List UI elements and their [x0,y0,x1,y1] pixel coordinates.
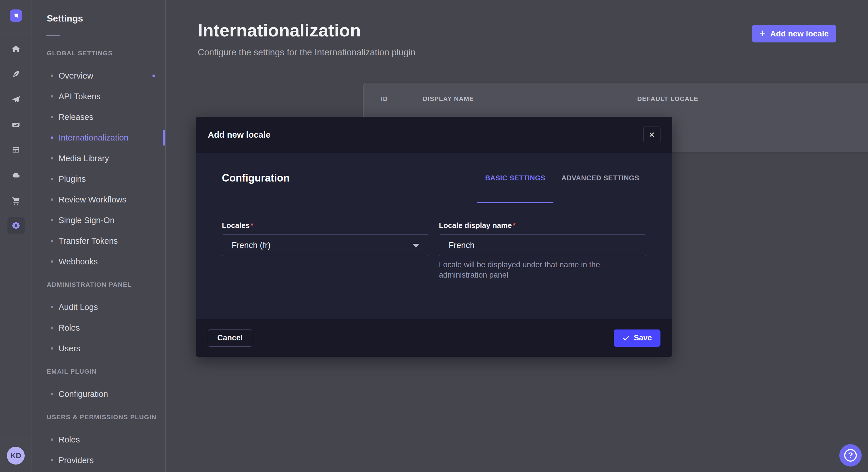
sidebar-item-webhooks[interactable]: Webhooks [32,251,165,272]
check-icon [622,334,630,342]
locales-field: Locales* French (fr) [222,220,429,280]
sidebar-item-label: Roles [59,323,80,333]
display-name-input[interactable] [439,234,646,256]
sidebar-item-audit-logs[interactable]: Audit Logs [32,297,165,317]
sidebar-item-media-library[interactable]: Media Library [32,148,165,169]
bullet-icon [51,95,53,98]
sidebar-item-plugins[interactable]: Plugins [32,169,165,189]
sidebar-item-label: Transfer Tokens [59,236,118,246]
user-avatar[interactable]: KD [7,447,25,465]
sidebar-group-label: EMAIL PLUGIN [47,368,165,376]
content-manager-feather-icon[interactable] [0,61,32,87]
bullet-icon [51,198,53,201]
marketplace-cart-icon[interactable] [0,188,32,213]
sidebar-group-label: USERS & PERMISSIONS PLUGIN [47,413,165,421]
sidebar-item-label: Users [59,344,81,353]
bullet-icon [51,438,53,441]
bullet-icon [51,347,53,349]
page-title: Internationalization [198,21,836,40]
sidebar-title-divider [46,35,60,36]
settings-gear-icon[interactable] [0,213,32,238]
sidebar-group-label: ADMINISTRATION PANEL [47,281,165,289]
display-name-hint: Locale will be displayed under that name… [439,260,637,280]
tab-advanced-settings[interactable]: ADVANCED SETTINGS [553,153,647,203]
modal-body: Configuration BASIC SETTINGSADVANCED SET… [196,153,672,319]
sidebar-item-label: Configuration [59,390,108,399]
sidebar-group: EMAIL PLUGINConfiguration [32,368,165,404]
layout-panel-icon[interactable] [0,137,32,162]
bullet-icon [51,306,53,308]
sidebar-item-configuration[interactable]: Configuration [32,384,165,404]
releases-plane-icon[interactable] [0,87,32,112]
plus-icon: + [760,28,766,38]
save-button[interactable]: Save [614,330,660,347]
display-name-field: Locale display name* Locale will be disp… [439,220,646,280]
sidebar-group-label: GLOBAL SETTINGS [47,49,165,57]
sidebar-item-single-sign-on[interactable]: Single Sign-On [32,210,165,231]
sidebar-item-internationalization[interactable]: Internationalization [32,127,165,148]
sidebar-item-label: Plugins [59,174,86,184]
sidebar-item-label: Audit Logs [59,303,98,312]
column-header-id: ID [381,95,388,103]
sidebar-item-api-tokens[interactable]: API Tokens [32,86,165,107]
page-header: Internationalization Configure the setti… [166,0,868,58]
strapi-logo-icon [12,12,20,20]
configuration-row: Configuration BASIC SETTINGSADVANCED SET… [222,153,647,203]
sidebar-item-users[interactable]: Users [32,338,165,359]
close-icon[interactable]: ✕ [643,126,660,143]
add-new-locale-button[interactable]: + Add new locale [752,25,836,42]
nav-rail: KD [0,0,32,472]
media-library-images-icon[interactable] [0,112,32,137]
display-name-label: Locale display name* [439,220,646,231]
rail-divider [0,32,32,32]
bullet-icon [51,116,53,118]
modal-title: Add new locale [208,130,270,140]
locales-table-header: IDDISPLAY NAMEDEFAULT LOCALE [364,83,868,115]
sidebar-item-label: Media Library [59,154,109,163]
required-asterisk: * [513,221,516,230]
bullet-icon [51,178,53,180]
sidebar-groups: GLOBAL SETTINGSOverviewAPI TokensRelease… [32,49,165,471]
configuration-title: Configuration [222,172,290,184]
sidebar-item-review-workflows[interactable]: Review Workflows [32,189,165,210]
modal-footer: Cancel Save [196,319,672,357]
bullet-icon [51,327,53,329]
sidebar-item-overview[interactable]: Overview [32,65,165,86]
bullet-icon [51,459,53,461]
notification-dot [152,74,155,77]
bullet-icon [51,219,53,222]
locales-select[interactable]: French (fr) [222,234,429,256]
required-asterisk: * [251,221,253,230]
sidebar-item-providers[interactable]: Providers [32,450,165,471]
sidebar-group: USERS & PERMISSIONS PLUGINRolesProviders [32,413,165,471]
tab-basic-settings[interactable]: BASIC SETTINGS [477,153,553,203]
sidebar-item-releases[interactable]: Releases [32,107,165,127]
sidebar-item-transfer-tokens[interactable]: Transfer Tokens [32,231,165,251]
sidebar-item-label: Releases [59,112,93,122]
sidebar-item-label: Review Workflows [59,195,126,204]
sidebar-title: Settings [47,13,165,24]
home-icon[interactable] [0,36,32,61]
sidebar-item-label: Webhooks [59,257,98,266]
cancel-button[interactable]: Cancel [208,330,252,347]
bullet-icon [51,74,53,77]
bullet-icon [51,393,53,395]
bullet-icon [51,136,53,139]
settings-sidebar: Settings GLOBAL SETTINGSOverviewAPI Toke… [32,0,166,472]
sidebar-item-label: Single Sign-On [59,216,115,225]
column-header-display-name: DISPLAY NAME [423,95,474,103]
modal-header: Add new locale ✕ [196,117,672,153]
bullet-icon [51,157,53,160]
settings-tabs: BASIC SETTINGSADVANCED SETTINGS [477,153,647,203]
sidebar-item-label: Internationalization [59,133,128,142]
help-button[interactable]: ? [839,444,862,467]
question-mark-icon: ? [844,449,857,462]
strapi-logo[interactable] [10,9,22,22]
sidebar-item-label: API Tokens [59,92,100,101]
sidebar-group: ADMINISTRATION PANELAudit LogsRolesUsers [32,281,165,359]
sidebar-item-roles[interactable]: Roles [32,429,165,450]
sidebar-item-label: Overview [59,71,93,80]
cloud-icon[interactable] [0,162,32,188]
sidebar-item-roles[interactable]: Roles [32,317,165,338]
bullet-icon [51,240,53,242]
